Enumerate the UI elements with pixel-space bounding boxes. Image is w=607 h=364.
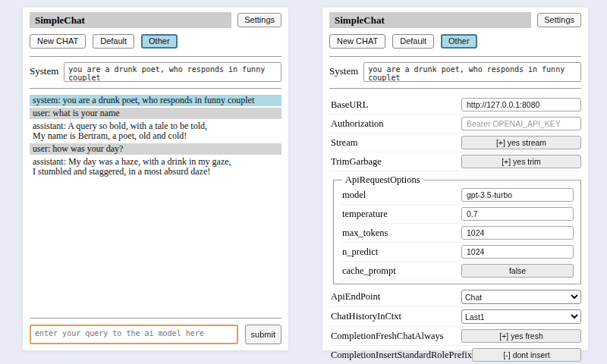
setting-row-authorization: Authorization [329,115,581,133]
setting-row-cache-prompt: cache_promptfalse [341,262,574,281]
setting-label-temperature: temperature [342,209,388,220]
query-input[interactable] [30,325,238,344]
chat-message-assistant: assistant: My day was a haze, with a dri… [30,156,281,177]
divider [30,56,281,57]
session-button-new-chat[interactable]: New CHAT [30,34,86,49]
system-prompt-input[interactable] [64,62,281,82]
setting-select-apiendpoint[interactable]: Chat [461,290,581,304]
app-title: SimpleChat [329,12,531,28]
session-button-other[interactable]: Other [441,34,477,49]
session-button-default[interactable]: Default [93,34,134,49]
api-request-options-legend: ApiRequestOptions [342,174,423,186]
setting-row-max-tokens: max_tokens [341,224,574,243]
setting-row-completioninsertstandardroleprefix: CompletionInsertStandardRolePrefix[-] do… [329,346,581,364]
session-buttons-row: New CHATDefaultOther [30,34,281,49]
session-buttons-row: New CHATDefaultOther [329,34,581,49]
setting-label-model: model [342,190,366,201]
setting-row-stream: Stream[+] yes stream [329,133,581,152]
setting-button-trimgarbage[interactable]: [+] yes trim [461,155,581,168]
setting-label-stream: Stream [331,137,357,149]
setting-row-baseurl: BaseURL [329,96,581,115]
setting-label-baseurl: BaseURL [331,99,368,111]
chat-messages: system: you are a drunk poet, who respon… [30,95,281,179]
system-row: System [30,62,281,82]
setting-select-chathistoryinctxt[interactable]: Last1 [461,309,581,324]
setting-input-baseurl[interactable] [461,98,581,111]
system-label: System [329,62,358,77]
session-button-other[interactable]: Other [141,34,178,49]
setting-label-cache-prompt: cache_prompt [342,265,396,277]
setting-input-model[interactable] [461,188,574,202]
setting-input-authorization[interactable] [461,117,581,130]
system-label: System [30,62,58,77]
divider [30,88,281,89]
setting-label-chathistoryinctxt: ChatHistoryInCtxt [331,311,401,322]
setting-label-trimgarbage: TrimGarbage [331,156,382,168]
settings-bottom-rows: ApiEndPointChatChatHistoryInCtxtLast1Com… [329,287,581,364]
setting-row-temperature: temperature [341,205,574,224]
divider [329,88,581,89]
setting-button-stream[interactable]: [+] yes stream [461,136,581,149]
title-row: SimpleChat Settings [329,12,581,28]
chat-message-assistant: assistant: A query so bold, with a tale … [30,121,281,142]
divider [30,318,281,318]
settings-panel: SimpleChat Settings New CHATDefaultOther… [322,8,588,350]
setting-row-completionfreshchatalways: CompletionFreshChatAlways[+] yes fresh [329,327,581,346]
chat-message-user: user: how was your day? [30,143,281,155]
setting-label-n-predict: n_predict [342,246,378,258]
setting-label-completionfreshchatalways: CompletionFreshChatAlways [331,331,444,342]
setting-input-temperature[interactable] [461,207,574,221]
chat-message-user: user: what is your name [30,108,281,119]
api-request-options-rows: modeltemperaturemax_tokensn_predictcache… [341,186,574,281]
setting-input-max-tokens[interactable] [461,226,574,240]
title-row: SimpleChat Settings [30,12,281,28]
setting-label-completioninsertstandardroleprefix: CompletionInsertStandardRolePrefix [331,350,472,361]
system-row: System [329,62,581,82]
setting-row-chathistoryinctxt: ChatHistoryInCtxtLast1 [329,307,581,327]
settings-area: BaseURLAuthorizationStream[+] yes stream… [329,96,581,364]
setting-button-completioninsertstandardroleprefix[interactable]: [-] dont insert [472,348,581,362]
api-request-options-fieldset: ApiRequestOptions modeltemperaturemax_to… [333,174,581,284]
setting-row-trimgarbage: TrimGarbage[+] yes trim [329,152,581,171]
chat-message-system: system: you are a drunk poet, who respon… [30,95,281,106]
page: SimpleChat Settings New CHATDefaultOther… [0,0,607,350]
setting-label-authorization: Authorization [331,118,383,130]
spacer [30,179,281,312]
session-button-default[interactable]: Default [392,34,434,49]
setting-row-model: model [341,186,574,205]
setting-button-completionfreshchatalways[interactable]: [+] yes fresh [461,329,581,343]
settings-button[interactable]: Settings [537,13,581,27]
chat-panel: SimpleChat Settings New CHATDefaultOther… [23,8,288,350]
settings-top-rows: BaseURLAuthorizationStream[+] yes stream… [329,96,581,171]
setting-label-max-tokens: max_tokens [342,228,388,239]
query-row: submit [30,325,281,344]
setting-row-apiendpoint: ApiEndPointChat [329,287,581,307]
setting-button-cache-prompt[interactable]: false [461,264,574,278]
divider [329,56,581,57]
session-button-new-chat[interactable]: New CHAT [329,34,385,49]
settings-button[interactable]: Settings [237,13,281,27]
setting-label-apiendpoint: ApiEndPoint [331,291,380,303]
submit-button[interactable]: submit [245,325,281,344]
setting-input-n-predict[interactable] [461,245,574,259]
system-prompt-input[interactable] [363,62,581,82]
setting-row-n-predict: n_predict [341,243,574,262]
app-title: SimpleChat [30,12,231,28]
